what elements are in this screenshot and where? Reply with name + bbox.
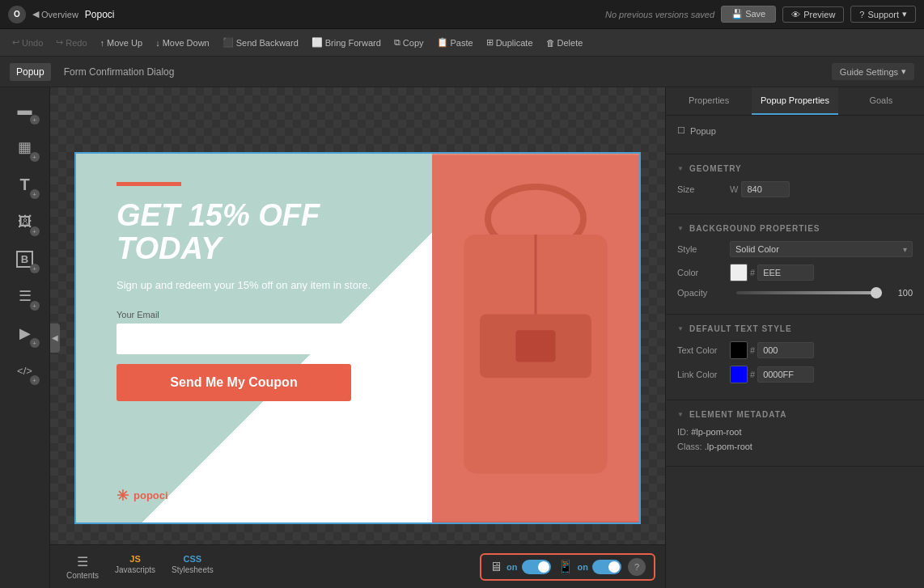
metadata-id-row: ID: #lp-pom-root — [677, 427, 913, 437]
chevron-down-icon: ▾ — [901, 66, 906, 77]
canvas-toggle[interactable]: ◀ — [50, 324, 60, 353]
toggle-knob-mobile — [608, 561, 620, 573]
text-color-swatch[interactable] — [730, 341, 748, 359]
svg-rect-4 — [515, 330, 555, 362]
sidebar-tool-button[interactable]: B + — [6, 241, 45, 277]
size-label: Size — [677, 184, 730, 194]
image-icon: 🖼 — [18, 214, 32, 231]
text-color-input[interactable] — [757, 342, 814, 358]
popup-header-icon: ☐ — [677, 125, 685, 136]
move-down-button[interactable]: ↓ Move Down — [150, 36, 215, 50]
goals-tab[interactable]: Goals — [838, 87, 924, 115]
chevron-down-icon: ▾ — [902, 9, 907, 19]
form-confirmation-tab[interactable]: Form Confirmation Dialog — [57, 63, 181, 81]
mobile-toggle-switch[interactable] — [592, 560, 621, 574]
sidebar-tool-code[interactable]: </> + — [6, 353, 45, 388]
sidebar-tool-qr[interactable]: ▦ + — [6, 129, 45, 165]
right-panel: Properties Popup Properties Goals ☐ Popu… — [665, 87, 924, 588]
popup-headline: GET 15% OFF TODAY — [117, 199, 408, 267]
style-row: Style Solid Color ▾ — [677, 241, 913, 257]
logo-text: popoci — [134, 489, 168, 501]
javascripts-tab[interactable]: JS Javascripts — [108, 551, 162, 583]
hash-symbol-text: # — [750, 345, 755, 355]
toolbar: ↩ Undo ↪ Redo ↑ Move Up ↓ Move Down ⬛ Se… — [0, 29, 924, 57]
color-row: Color # — [677, 264, 913, 281]
popup-right-panel — [432, 154, 639, 522]
popup-submit-button[interactable]: Send Me My Coupon — [117, 364, 351, 401]
background-section-title[interactable]: BACKGROUND PROPERTIES — [677, 224, 913, 233]
opacity-knob[interactable] — [871, 287, 882, 298]
desktop-toggle-switch[interactable] — [522, 560, 551, 574]
popup-email-label: Your Email — [117, 310, 408, 319]
width-label: W — [730, 184, 738, 194]
app-logo[interactable]: O — [8, 6, 26, 23]
bg-color-input[interactable] — [757, 264, 814, 281]
sidebar-tool-image[interactable]: 🖼 + — [6, 204, 45, 239]
save-icon: 💾 — [731, 9, 743, 19]
style-label: Style — [677, 244, 730, 254]
logo-star-icon: ✳ — [117, 487, 129, 505]
popup-tab[interactable]: Popup — [10, 63, 51, 81]
popup-properties-tab[interactable]: Popup Properties — [752, 87, 837, 115]
width-input[interactable] — [741, 181, 790, 197]
redo-button[interactable]: ↪ Redo — [50, 35, 92, 50]
metadata-class-value: .lp-pom-root — [705, 442, 752, 451]
metadata-class-row: Class: .lp-pom-root — [677, 442, 913, 451]
opacity-label: Opacity — [677, 288, 730, 298]
style-select[interactable]: Solid Color ▾ — [730, 241, 913, 257]
move-up-button[interactable]: ↑ Move Up — [95, 36, 149, 50]
background-section: BACKGROUND PROPERTIES Style Solid Color … — [666, 214, 924, 315]
sidebar-tool-section[interactable]: ▬ + — [6, 92, 45, 128]
bottom-bar: ☰ Contents JS Javascripts CSS Stylesheet… — [50, 544, 665, 588]
help-button[interactable]: ? — [628, 558, 646, 576]
paste-button[interactable]: 📋 Paste — [431, 35, 479, 50]
metadata-section: ELEMENT METADATA ID: #lp-pom-root Class:… — [666, 400, 924, 467]
duplicate-button[interactable]: ⊞ Duplicate — [481, 35, 539, 50]
sidebar-tool-text[interactable]: T + — [6, 167, 45, 202]
bring-forward-button[interactable]: ⬜ Bring Forward — [306, 35, 387, 50]
contents-tab[interactable]: ☰ Contents — [60, 551, 105, 583]
stylesheets-tab[interactable]: CSS Stylesheets — [165, 551, 220, 583]
link-color-input[interactable] — [757, 366, 814, 383]
desktop-toggle: 🖥 on — [490, 560, 550, 574]
eye-icon: 👁 — [791, 10, 800, 19]
properties-tab[interactable]: Properties — [666, 87, 752, 115]
link-color-label: Link Color — [677, 370, 730, 379]
opacity-row: Opacity 100 — [677, 288, 913, 298]
sidebar-tool-divider[interactable]: ☰ + — [6, 278, 45, 314]
copy-button[interactable]: ⧉ Copy — [388, 35, 430, 50]
preview-button[interactable]: 👁 Preview — [782, 6, 844, 23]
opacity-value: 100 — [888, 288, 913, 298]
device-toggles: 🖥 on 📱 on ? — [480, 553, 655, 581]
main-area: ▬ + ▦ + T + 🖼 + B + ☰ + ▶ + </> + — [0, 87, 924, 588]
save-button[interactable]: 💾 Save — [721, 6, 776, 23]
text-style-section-title[interactable]: DEFAULT TEXT STYLE — [677, 324, 913, 333]
link-color-swatch[interactable] — [730, 366, 748, 383]
guide-settings-button[interactable]: Guide Settings ▾ — [832, 63, 914, 80]
text-icon: T — [19, 176, 29, 194]
popup-logo: ✳ popoci — [117, 487, 168, 505]
overview-nav[interactable]: ◀ Overview — [32, 9, 78, 19]
popup-subtext: Sign up and redeem your 15% off on any i… — [117, 277, 408, 294]
opacity-slider[interactable] — [736, 291, 882, 294]
chevron-down-icon: ▾ — [903, 245, 907, 254]
sidebar-tool-video[interactable]: ▶ + — [6, 315, 45, 351]
popup-preview[interactable]: GET 15% OFF TODAY Sign up and redeem you… — [74, 152, 641, 524]
undo-button[interactable]: ↩ Undo — [6, 35, 49, 50]
contents-icon: ☰ — [77, 554, 88, 569]
bg-color-swatch[interactable] — [730, 264, 748, 281]
metadata-section-title[interactable]: ELEMENT METADATA — [677, 410, 913, 419]
color-label: Color — [677, 268, 730, 277]
hash-symbol: # — [750, 268, 755, 277]
hash-symbol-link: # — [750, 370, 755, 379]
geometry-section-title[interactable]: GEOMETRY — [677, 164, 913, 173]
left-sidebar: ▬ + ▦ + T + 🖼 + B + ☰ + ▶ + </> + — [0, 87, 50, 588]
section-icon: ▬ — [18, 102, 32, 119]
delete-button[interactable]: 🗑 Delete — [540, 36, 589, 50]
bottom-tabs: ☰ Contents JS Javascripts CSS Stylesheet… — [60, 551, 220, 583]
geometry-section: GEOMETRY Size W — [666, 154, 924, 214]
send-backward-button[interactable]: ⬛ Send Backward — [217, 35, 304, 50]
mobile-toggle: 📱 on — [557, 559, 621, 574]
popup-email-input[interactable] — [117, 324, 351, 354]
support-button[interactable]: ? Support ▾ — [850, 6, 916, 23]
